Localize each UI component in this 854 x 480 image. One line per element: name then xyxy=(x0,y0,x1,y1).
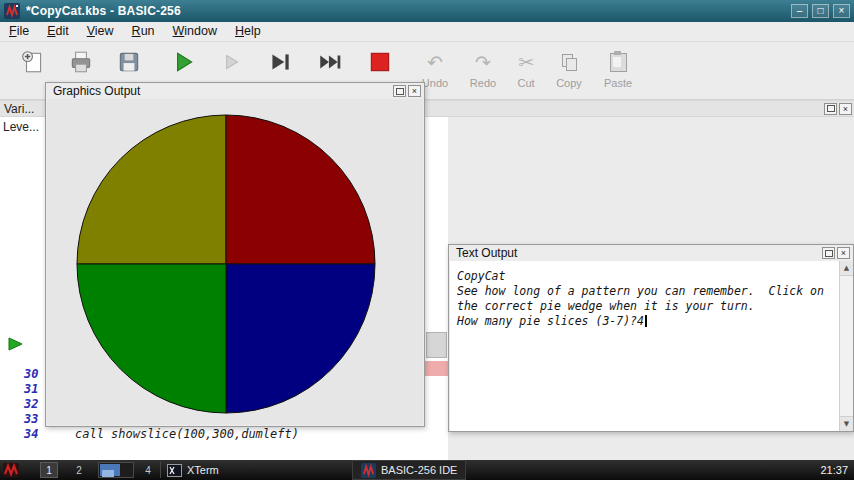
scroll-up-icon[interactable]: ▲ xyxy=(840,261,853,276)
text-output-float-icon[interactable] xyxy=(822,247,835,259)
taskbar-launcher[interactable] xyxy=(3,460,19,480)
graphics-output-window: Graphics Output × xyxy=(45,82,425,427)
close-icon[interactable]: × xyxy=(833,4,850,18)
pie-slice-bottom-left[interactable] xyxy=(77,264,226,413)
console-line: CopyCat xyxy=(457,269,505,283)
redo-button[interactable]: ↷ Redo xyxy=(463,46,503,98)
cut-label: Cut xyxy=(517,77,534,89)
taskbar-clock: 21:37 xyxy=(820,460,848,480)
redo-icon: ↷ xyxy=(470,49,496,75)
redo-label: Redo xyxy=(470,77,496,89)
text-output-close-icon[interactable]: × xyxy=(837,247,850,259)
text-cursor xyxy=(645,315,647,327)
undo-icon: ↶ xyxy=(422,49,448,75)
menu-help[interactable]: Help xyxy=(226,22,270,42)
text-output-window: Text Output × CopyCat See how long of a … xyxy=(448,244,854,432)
minimize-icon[interactable]: – xyxy=(791,4,808,18)
task-basic256[interactable]: BASIC-256 IDE xyxy=(352,460,466,480)
xterm-icon xyxy=(167,463,182,478)
menu-view[interactable]: View xyxy=(78,22,123,42)
copy-icon xyxy=(556,49,582,75)
pie-chart xyxy=(47,99,423,425)
variable-watch-float-icon[interactable] xyxy=(824,103,837,115)
console-line: the correct pie wedge when it is your tu… xyxy=(457,299,755,313)
task-xterm-label: XTerm xyxy=(187,464,219,476)
printer-icon xyxy=(68,49,94,75)
console-line: See how long of a pattern you can rememb… xyxy=(457,284,824,298)
undo-label: Undo xyxy=(422,77,448,89)
pager-window-preview xyxy=(102,470,114,477)
task-basic256-label: BASIC-256 IDE xyxy=(381,464,457,476)
title-bar[interactable]: *CopyCat.kbs - BASIC-256 – □ × xyxy=(0,0,854,22)
highlighted-line-sliver xyxy=(425,361,448,376)
scroll-down-icon[interactable]: ▼ xyxy=(840,416,853,431)
variable-watch-row: Leve... xyxy=(3,120,39,134)
pie-slice-top-left[interactable] xyxy=(77,115,226,264)
menu-file[interactable]: File xyxy=(0,22,38,42)
taskbar: 1 2 4 XTerm BASIC-256 IDE 21:37 xyxy=(0,460,854,480)
graphics-float-icon[interactable] xyxy=(393,85,406,97)
line-number: 30 xyxy=(24,367,38,381)
line-number: 31 xyxy=(24,382,38,396)
basic256-icon xyxy=(361,463,376,478)
task-xterm[interactable]: XTerm xyxy=(167,460,219,480)
fast-forward-icon xyxy=(317,49,343,75)
step-icon xyxy=(267,49,293,75)
maximize-icon[interactable]: □ xyxy=(812,4,829,18)
taskbar-divider xyxy=(160,462,161,478)
graphics-output-title: Graphics Output xyxy=(53,84,140,98)
variable-watch-close-icon[interactable]: × xyxy=(839,103,852,115)
workspace-3-pager[interactable] xyxy=(98,462,134,478)
code-line[interactable]: call showslice(100,300,dumleft) xyxy=(75,427,299,441)
line-number: 34 xyxy=(24,427,38,441)
graphics-output-titlebar[interactable]: Graphics Output × xyxy=(46,83,424,99)
launcher-app-icon xyxy=(3,462,19,478)
workspace-2[interactable]: 2 xyxy=(70,462,88,478)
save-floppy-icon xyxy=(116,49,142,75)
pie-slice-top-right[interactable] xyxy=(226,115,375,264)
workspace-4[interactable]: 4 xyxy=(140,462,156,478)
workspace-1[interactable]: 1 xyxy=(40,462,58,478)
text-output-scrollbar[interactable]: ▲ ▼ xyxy=(839,261,853,431)
text-output-console: CopyCat See how long of a pattern you ca… xyxy=(450,261,853,431)
graphics-canvas xyxy=(47,99,423,425)
text-output-title: Text Output xyxy=(456,246,517,260)
copy-label: Copy xyxy=(556,77,582,89)
menu-run[interactable]: Run xyxy=(123,22,164,42)
copy-button[interactable]: Copy xyxy=(549,46,589,98)
console-line: How many pie slices (3-7)?4 xyxy=(457,314,647,328)
menu-edit[interactable]: Edit xyxy=(38,22,78,42)
execution-arrow-icon xyxy=(8,337,23,351)
new-file-icon xyxy=(20,49,46,75)
app-icon xyxy=(4,3,20,19)
paste-label: Paste xyxy=(604,77,632,89)
graphics-close-icon[interactable]: × xyxy=(408,85,421,97)
pie-slice-bottom-right[interactable] xyxy=(226,264,375,413)
paste-clipboard-icon xyxy=(605,49,631,75)
stop-icon xyxy=(367,49,393,75)
console-prompt-text[interactable]: How many pie slices (3-7)?4 xyxy=(457,314,644,328)
variable-watch-title: Vari... xyxy=(4,102,34,116)
debug-icon xyxy=(218,49,244,75)
line-number: 33 xyxy=(24,412,38,426)
menu-window[interactable]: Window xyxy=(164,22,226,42)
editor-scrollbar-handle[interactable] xyxy=(426,332,447,358)
cut-button[interactable]: ✂ Cut xyxy=(506,46,546,98)
cut-scissors-icon: ✂ xyxy=(513,49,539,75)
basic256-ide-screen: *CopyCat.kbs - BASIC-256 – □ × File Edit… xyxy=(0,0,854,480)
menu-bar: File Edit View Run Window Help xyxy=(0,22,854,42)
run-play-icon xyxy=(170,49,196,75)
paste-button[interactable]: Paste xyxy=(598,46,638,98)
line-number: 32 xyxy=(24,397,38,411)
window-title: *CopyCat.kbs - BASIC-256 xyxy=(26,4,181,18)
text-output-titlebar[interactable]: Text Output × xyxy=(449,245,853,261)
